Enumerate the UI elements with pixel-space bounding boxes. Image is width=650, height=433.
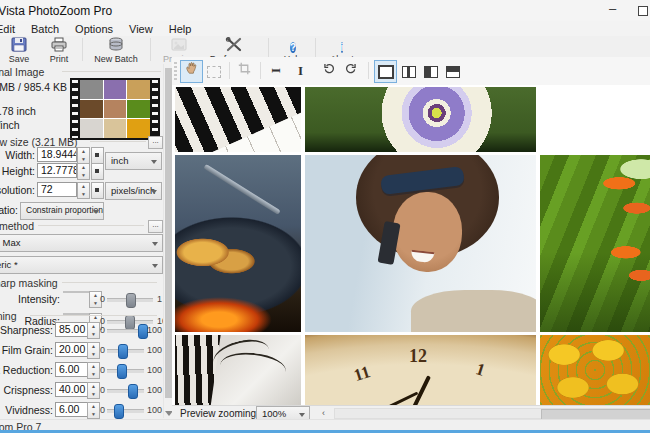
crop-icon	[238, 62, 251, 75]
radius-slider-thumb[interactable]	[125, 315, 135, 330]
slider-min: 0	[100, 345, 105, 355]
minimize-button[interactable]: –	[598, 0, 627, 21]
single-view-icon	[378, 65, 394, 79]
slider-max: 100	[147, 325, 162, 335]
new-batch-button[interactable]: New Batch	[88, 37, 144, 63]
vividness-label: Vividness:	[5, 404, 53, 416]
width-input[interactable]: 18.9444	[37, 147, 77, 162]
preview-bottom-bar: Preview zooming: 100% ‹	[172, 405, 650, 420]
ratio-dropdown[interactable]: Constrain proportions	[20, 202, 104, 220]
slider-max: 100	[147, 365, 162, 375]
menu-bar: Edit Batch Options View Help	[0, 21, 650, 36]
toolbar-separator	[150, 38, 151, 61]
film-grain-slider[interactable]	[107, 349, 144, 353]
width-label: Width:	[5, 149, 35, 161]
height-label: Height:	[2, 165, 35, 177]
film-grain-slider-thumb[interactable]	[118, 344, 128, 359]
photo-tile-passion-flower	[305, 87, 536, 152]
horizontal-scrollbar[interactable]	[334, 408, 650, 419]
antenna-shape	[219, 350, 287, 387]
resolution-unit-button[interactable]	[91, 182, 104, 199]
toolbar-grip	[174, 62, 177, 80]
vividness-slider-thumb[interactable]	[114, 404, 124, 419]
menu-batch[interactable]: Batch	[23, 23, 67, 35]
photo-tile-butterfly-macro	[175, 335, 301, 405]
intensity-slider[interactable]	[107, 298, 153, 302]
resize-method-dropdown[interactable]: S-Spline Max	[0, 234, 163, 252]
marquee-icon	[207, 66, 221, 78]
thumbnail-collage	[80, 80, 150, 138]
crispness-stepper[interactable]: ▲▼	[87, 382, 100, 399]
menu-help[interactable]: Help	[161, 23, 200, 35]
height-stepper[interactable]: ▲▼	[77, 163, 90, 180]
window-title: BenVista PhotoZoom Pro	[0, 4, 112, 18]
clock-numeral: 1	[473, 359, 487, 381]
settings-panel: Original Image 3.21 MB / 985.4 KB 18.94 …	[0, 64, 163, 418]
scroll-left-icon[interactable]: ‹	[322, 408, 325, 418]
resolution-input[interactable]: 72	[37, 182, 77, 197]
view-single-button[interactable]	[374, 60, 397, 83]
photo-tile-antique-clock: 11 12 1	[305, 335, 536, 405]
resolution-unit-dropdown[interactable]: pixels/inch	[105, 182, 162, 200]
crispness-input[interactable]: 40.00	[55, 382, 89, 397]
preset-dropdown[interactable]: Generic *	[0, 256, 163, 274]
height-unit-button[interactable]	[91, 163, 104, 180]
slider-min: 0	[100, 385, 105, 395]
width-unit-button[interactable]	[91, 147, 104, 164]
artifact-reduction-slider-thumb[interactable]	[117, 364, 127, 379]
panel-scrollbar-thumb[interactable]	[165, 68, 172, 398]
new-size-options-button[interactable]: ...	[148, 136, 163, 149]
sharpness-slider[interactable]	[107, 329, 144, 333]
wing-shape	[175, 335, 221, 405]
crispness-slider[interactable]	[107, 389, 144, 393]
flip-horizontal-button[interactable]: I	[266, 60, 287, 81]
save-button[interactable]: Save	[0, 37, 38, 63]
width-stepper[interactable]: ▲▼	[77, 147, 90, 164]
rotate-right-button[interactable]	[340, 60, 361, 81]
view-compare-button[interactable]	[420, 60, 441, 81]
vividness-stepper[interactable]: ▲▼	[87, 402, 100, 419]
original-size-text: 3.21 MB / 985.4 KB	[0, 81, 67, 93]
sharpness-input[interactable]: 85.00	[55, 322, 89, 337]
crispness-label: Crispness:	[3, 384, 53, 396]
menu-options[interactable]: Options	[67, 23, 121, 35]
crispness-slider-thumb[interactable]	[128, 384, 138, 399]
artifact-reduction-slider[interactable]	[107, 369, 144, 373]
flip-vertical-button[interactable]: I	[290, 60, 311, 81]
artifact-reduction-input[interactable]: 6.00	[55, 362, 89, 377]
size-unit-dropdown[interactable]: inch	[105, 152, 162, 170]
vividness-input[interactable]: 6.00	[55, 402, 89, 417]
vividness-slider[interactable]	[107, 409, 144, 413]
info-icon: i	[341, 42, 344, 53]
film-grain-input[interactable]: 20.00	[55, 342, 89, 357]
film-grain-stepper[interactable]: ▲▼	[87, 342, 100, 359]
print-button[interactable]: Print	[40, 37, 78, 63]
photozoom-window: BenVista PhotoZoom Pro – Edit Batch Opti…	[0, 0, 650, 433]
photo-tile-coffee-cup	[540, 87, 650, 152]
horizontal-split-view-icon	[446, 66, 460, 78]
original-resolution-text: 72 pixels/inch	[0, 119, 20, 131]
database-stack-icon	[88, 37, 144, 53]
sharpness-stepper[interactable]: ▲▼	[87, 322, 100, 339]
slider-min: 0	[100, 325, 105, 335]
resize-method-options-button[interactable]: ...	[148, 220, 163, 233]
artifact-reduction-stepper[interactable]: ▲▼	[87, 362, 100, 379]
view-split-button[interactable]	[398, 60, 419, 81]
title-bar: BenVista PhotoZoom Pro –	[0, 0, 650, 21]
horizontal-resize-icon: I	[266, 68, 287, 73]
clock-hand	[409, 375, 431, 405]
intensity-slider-thumb[interactable]	[126, 293, 136, 308]
menu-view[interactable]: View	[121, 23, 161, 35]
view-horizontal-split-button[interactable]	[442, 60, 463, 81]
toolbar-separator	[368, 62, 369, 79]
menu-edit[interactable]: Edit	[0, 23, 23, 35]
maximize-button[interactable]	[628, 0, 650, 21]
height-input[interactable]: 12.7778	[37, 163, 77, 178]
preview-image[interactable]: 11 12 1	[172, 85, 650, 405]
tools-icon	[204, 37, 264, 53]
resolution-stepper[interactable]: ▲▼	[77, 182, 90, 199]
intensity-input[interactable]	[63, 291, 91, 293]
pan-tool-button[interactable]	[180, 60, 203, 83]
rotate-left-button[interactable]	[318, 60, 339, 81]
tongs-shape	[203, 164, 280, 215]
